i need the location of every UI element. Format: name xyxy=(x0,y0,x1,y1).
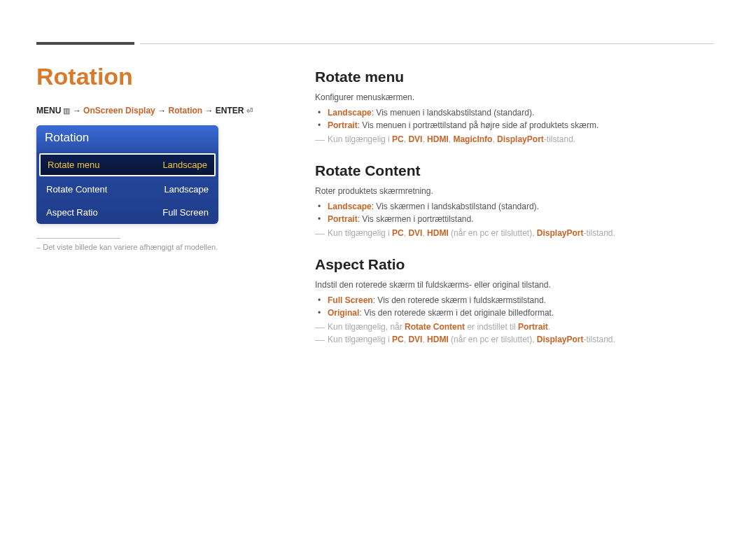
breadcrumb-arrow-3: → xyxy=(202,106,216,115)
option-text: : Vis skærmen i landskabstilstand (stand… xyxy=(372,202,539,211)
note-text: Kun tilgængelig i xyxy=(328,134,392,144)
list-item: Original: Vis den roterede skærm i det o… xyxy=(328,308,714,318)
note-aspect-ratio-2: Kun tilgængelig i PC, DVI, HDMI (når en … xyxy=(315,335,714,344)
osd-header: Rotation xyxy=(36,125,218,152)
note-aspect-ratio-1: Kun tilgængelig, når Rotate Content er i… xyxy=(315,322,714,332)
note-text: -tilstand. xyxy=(584,335,615,344)
note-text: Kun tilgængelig, når xyxy=(328,322,405,332)
header-accent xyxy=(36,42,134,45)
option-text: : Vis menuen i portrættilstand på højre … xyxy=(358,120,599,130)
note-displayport: DisplayPort xyxy=(537,335,584,344)
note-pc: PC xyxy=(392,134,404,144)
osd-row-aspect-ratio[interactable]: Aspect Ratio Full Screen xyxy=(36,201,218,224)
note-pc: PC xyxy=(392,228,404,238)
osd-label: Aspect Ratio xyxy=(46,207,98,218)
breadcrumb-arrow-1: → xyxy=(70,106,83,115)
note-dvi: DVI xyxy=(408,335,422,344)
bullets-rotate-menu: Landscape: Vis menuen i landskabstilstan… xyxy=(328,108,714,130)
osd-row-rotate-content[interactable]: Rotate Content Landscape xyxy=(36,178,218,201)
left-column: Rotation MENU ▥ → OnScreen Display → Rot… xyxy=(36,63,281,251)
note-portrait: Portrait xyxy=(518,322,548,332)
option-text: : Vis den roterede skærm i fuldskærmstil… xyxy=(373,295,546,305)
desc-rotate-content: Roter produktets skærmretning. xyxy=(315,186,714,196)
breadcrumb-arrow-2: → xyxy=(155,106,169,115)
note-hdmi: HDMI xyxy=(427,134,449,144)
option-landscape: Landscape xyxy=(328,202,372,211)
breadcrumb-menu: MENU xyxy=(36,106,61,115)
header-rule xyxy=(140,43,714,44)
section-title-rotate-content: Rotate Content xyxy=(315,162,714,179)
note-hdmi: HDMI xyxy=(427,228,449,238)
page-title: Rotation xyxy=(36,63,281,90)
desc-rotate-menu: Konfigurer menuskærmen. xyxy=(315,92,714,102)
option-full-screen: Full Screen xyxy=(328,295,373,305)
option-original: Original xyxy=(328,308,359,318)
note-text: Kun tilgængelig i xyxy=(328,228,392,238)
note-dvi: DVI xyxy=(408,134,422,144)
desc-aspect-ratio: Indstil den roterede skærm til fuldskærm… xyxy=(315,280,714,290)
note-text: . xyxy=(548,322,550,332)
option-landscape: Landscape xyxy=(328,108,372,118)
breadcrumb-enter: ENTER xyxy=(216,106,244,115)
note-displayport: DisplayPort xyxy=(537,228,584,238)
note-pc: PC xyxy=(392,335,404,344)
note-rotate-content: Kun tilgængelig i PC, DVI, HDMI (når en … xyxy=(315,228,714,238)
osd-value: Landscape xyxy=(162,160,207,170)
osd-value: Full Screen xyxy=(162,207,209,218)
bullets-rotate-content: Landscape: Vis skærmen i landskabstilsta… xyxy=(328,202,714,224)
option-text: : Vis menuen i landskabstilstand (standa… xyxy=(372,108,535,118)
note-rotate-content: Rotate Content xyxy=(405,322,465,332)
bullets-aspect-ratio: Full Screen: Vis den roterede skærm i fu… xyxy=(328,295,714,318)
note-text: (når en pc er tilsluttet), xyxy=(449,228,537,238)
note-hdmi: HDMI xyxy=(427,335,449,344)
osd-label: Rotate Content xyxy=(46,184,107,195)
note-text: Kun tilgængelig i xyxy=(328,335,392,344)
option-portrait: Portrait xyxy=(328,120,358,130)
osd-panel: Rotation Rotate menu Landscape Rotate Co… xyxy=(36,125,218,224)
note-text: (når en pc er tilsluttet), xyxy=(449,335,537,344)
footnote: Det viste billede kan variere afhængigt … xyxy=(36,243,281,251)
note-dvi: DVI xyxy=(408,228,422,238)
section-title-rotate-menu: Rotate menu xyxy=(315,69,714,85)
breadcrumb-rotation: Rotation xyxy=(168,106,202,115)
osd-value: Landscape xyxy=(164,184,209,195)
note-magicinfo: MagicInfo xyxy=(453,134,492,144)
option-portrait: Portrait xyxy=(328,214,358,224)
note-text: er indstillet til xyxy=(465,322,518,332)
list-item: Landscape: Vis skærmen i landskabstilsta… xyxy=(328,202,714,211)
menu-icon: ▥ xyxy=(61,106,70,115)
note-rotate-menu: Kun tilgængelig i PC, DVI, HDMI, MagicIn… xyxy=(315,134,714,144)
list-item: Full Screen: Vis den roterede skærm i fu… xyxy=(328,295,714,305)
note-displayport: DisplayPort xyxy=(497,134,544,144)
right-column: Rotate menu Konfigurer menuskærmen. Land… xyxy=(315,69,714,347)
osd-row-rotate-menu[interactable]: Rotate menu Landscape xyxy=(39,153,216,176)
enter-icon: ⏎ xyxy=(244,106,252,115)
option-text: : Vis den roterede skærm i det originale… xyxy=(359,308,554,318)
section-title-aspect-ratio: Aspect Ratio xyxy=(315,256,714,273)
list-item: Portrait: Vis menuen i portrættilstand p… xyxy=(328,120,714,130)
note-text: -tilstand. xyxy=(544,134,575,144)
breadcrumb: MENU ▥ → OnScreen Display → Rotation → E… xyxy=(36,106,281,115)
list-item: Portrait: Vis skærmen i portrættilstand. xyxy=(328,214,714,224)
note-text: -tilstand. xyxy=(584,228,615,238)
osd-label: Rotate menu xyxy=(48,160,99,170)
breadcrumb-onscreen: OnScreen Display xyxy=(83,106,155,115)
list-item: Landscape: Vis menuen i landskabstilstan… xyxy=(328,108,714,118)
footnote-rule xyxy=(36,238,120,239)
option-text: : Vis skærmen i portrættilstand. xyxy=(358,214,474,224)
